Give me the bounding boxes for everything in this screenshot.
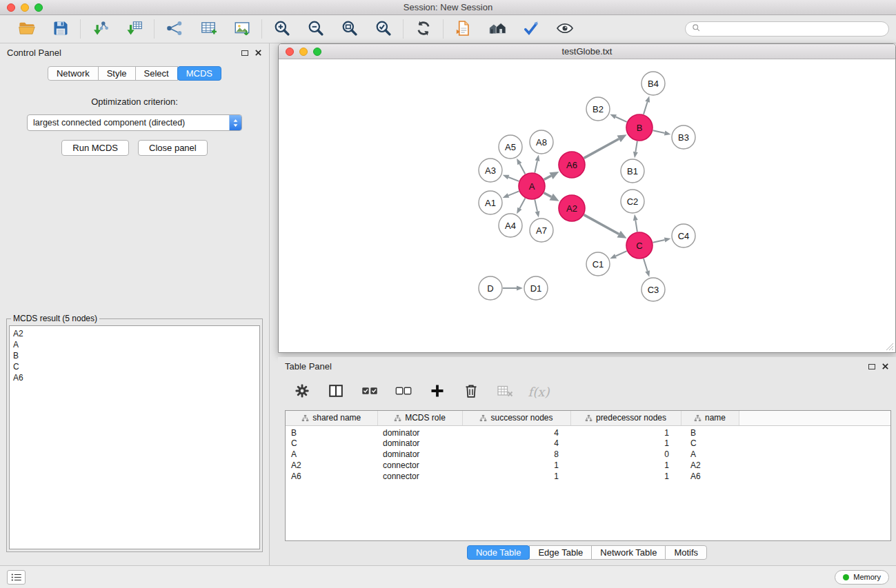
export-image-button[interactable] [232, 20, 251, 39]
table-cell-name[interactable]: A6 [681, 471, 739, 482]
table-cell-predecessors[interactable]: 1 [570, 471, 681, 482]
graph-edge-A-A2[interactable] [544, 193, 552, 197]
zoom-out-button[interactable] [306, 20, 325, 39]
table-cell-successors[interactable]: 4 [462, 425, 570, 438]
check-none-button[interactable] [395, 383, 412, 401]
run-mcds-button[interactable]: Run MCDS [61, 140, 129, 156]
graph-node-D1[interactable]: D1 [524, 276, 548, 300]
tab-network[interactable]: Network [48, 66, 99, 81]
network-canvas[interactable]: B4B2BB3A8A5A6B1A3AC2A1A2A4A7C4CC1C3DD1 [279, 60, 895, 352]
graph-edge-A-A1[interactable] [508, 191, 519, 195]
table-cell-name[interactable]: B [681, 425, 739, 438]
graph-edge-B-B1[interactable] [635, 141, 637, 152]
add-button[interactable] [428, 383, 446, 401]
table-row[interactable]: A6connector11A6 [286, 471, 890, 482]
table-cell-mcds_role[interactable]: connector [377, 471, 462, 482]
table-cell-name[interactable]: A [681, 449, 739, 460]
tab-mcds[interactable]: MCDS [177, 66, 221, 81]
tab-edge-table[interactable]: Edge Table [529, 545, 592, 560]
resize-grip-icon[interactable] [886, 343, 894, 351]
tab-select[interactable]: Select [135, 66, 178, 81]
column-header-shared-name[interactable]: shared name [286, 411, 377, 425]
close-panel-icon[interactable] [882, 363, 889, 370]
close-panel-button[interactable]: Close panel [138, 140, 208, 156]
check-all-button[interactable] [361, 383, 379, 401]
table-cell-shared_name[interactable]: B [286, 425, 377, 438]
graph-node-B3[interactable]: B3 [672, 125, 695, 149]
graph-edge-C-C2[interactable] [635, 221, 637, 232]
zoom-window-button[interactable] [313, 48, 321, 56]
trash-button[interactable] [462, 383, 480, 401]
table-row[interactable]: A2connector11A2 [286, 460, 890, 471]
table-cell-successors[interactable]: 8 [462, 449, 570, 460]
document-button[interactable] [454, 20, 472, 39]
graph-edge-C-C3[interactable] [644, 258, 648, 271]
minimize-window-button[interactable] [299, 48, 308, 56]
refresh-button[interactable] [414, 20, 432, 39]
tab-motifs[interactable]: Motifs [665, 545, 707, 560]
column-header-successor-nodes[interactable]: successor nodes [462, 411, 570, 425]
save-button[interactable] [51, 20, 70, 39]
minimize-window-button[interactable] [21, 3, 29, 12]
table-cell-mcds_role[interactable]: dominator [377, 425, 462, 438]
new-table-button[interactable] [199, 20, 217, 39]
close-window-button[interactable] [286, 48, 294, 56]
table-cell-shared_name[interactable]: A2 [286, 460, 377, 471]
graph-edge-A2-C[interactable] [584, 215, 619, 234]
graph-node-D[interactable]: D [479, 276, 502, 300]
graph-node-C[interactable]: C [626, 232, 653, 258]
table-cell-mcds_role[interactable]: dominator [377, 449, 462, 460]
import-table-button[interactable] [125, 20, 143, 39]
table-row[interactable]: Cdominator41C [286, 438, 890, 449]
table-cell-predecessors[interactable]: 1 [570, 460, 681, 471]
table-cell-predecessors[interactable]: 1 [570, 425, 681, 438]
column-header-mcds-role[interactable]: MCDS role [377, 411, 462, 425]
table-cell-successors[interactable]: 1 [462, 471, 570, 482]
graph-edge-A6-B[interactable] [584, 139, 619, 158]
graph-edge-B-B2[interactable] [616, 116, 627, 121]
table-cell-predecessors[interactable]: 0 [570, 449, 681, 460]
help-button[interactable] [521, 20, 540, 39]
table-cell-mcds_role[interactable]: dominator [377, 438, 462, 449]
table-cell-name[interactable]: A2 [681, 460, 739, 471]
graph-node-A2[interactable]: A2 [559, 195, 585, 221]
tab-network-table[interactable]: Network Table [591, 545, 666, 560]
tab-node-table[interactable]: Node Table [467, 545, 530, 560]
gear-button[interactable] [293, 383, 311, 401]
search-box[interactable] [685, 21, 889, 37]
graph-edge-A-A6[interactable] [544, 176, 551, 180]
table-cell-shared_name[interactable]: C [286, 438, 377, 449]
graph-edge-B-B3[interactable] [653, 130, 665, 133]
search-input[interactable] [705, 24, 882, 34]
graph-node-A[interactable]: A [519, 173, 545, 199]
zoom-in-button[interactable] [272, 20, 291, 39]
table-cell-successors[interactable]: 4 [462, 438, 570, 449]
open-folder-button[interactable] [17, 20, 36, 39]
graph-node-C4[interactable]: C4 [672, 224, 695, 247]
graph-edge-A-A5[interactable] [519, 164, 525, 174]
graph-node-A7[interactable]: A7 [530, 219, 553, 242]
graph-node-A3[interactable]: A3 [479, 159, 502, 182]
column-header-predecessor-nodes[interactable]: predecessor nodes [570, 411, 681, 425]
graph-edge-A-A3[interactable] [508, 177, 519, 181]
graph-node-C3[interactable]: C3 [641, 278, 665, 301]
graph-node-B2[interactable]: B2 [586, 97, 610, 121]
graph-edge-A-A8[interactable] [535, 161, 537, 172]
table-row[interactable]: Bdominator41B [286, 425, 890, 438]
graph-node-B4[interactable]: B4 [641, 72, 665, 95]
graph-node-A1[interactable]: A1 [479, 191, 502, 214]
float-panel-icon[interactable] [868, 364, 875, 369]
graph-edge-B-B4[interactable] [644, 102, 648, 114]
zoom-window-button[interactable] [34, 3, 43, 12]
eye-button[interactable] [555, 20, 574, 39]
graph-node-A8[interactable]: A8 [530, 130, 553, 154]
table-cell-shared_name[interactable]: A6 [286, 471, 377, 482]
close-panel-icon[interactable] [255, 49, 262, 57]
import-network-button[interactable] [91, 20, 110, 39]
graph-edge-C-C4[interactable] [653, 240, 665, 243]
float-panel-icon[interactable] [241, 50, 248, 56]
graph-edge-A-A4[interactable] [519, 199, 525, 209]
close-window-button[interactable] [7, 3, 15, 12]
table-cell-name[interactable]: C [681, 438, 739, 449]
graph-node-C1[interactable]: C1 [586, 252, 610, 276]
